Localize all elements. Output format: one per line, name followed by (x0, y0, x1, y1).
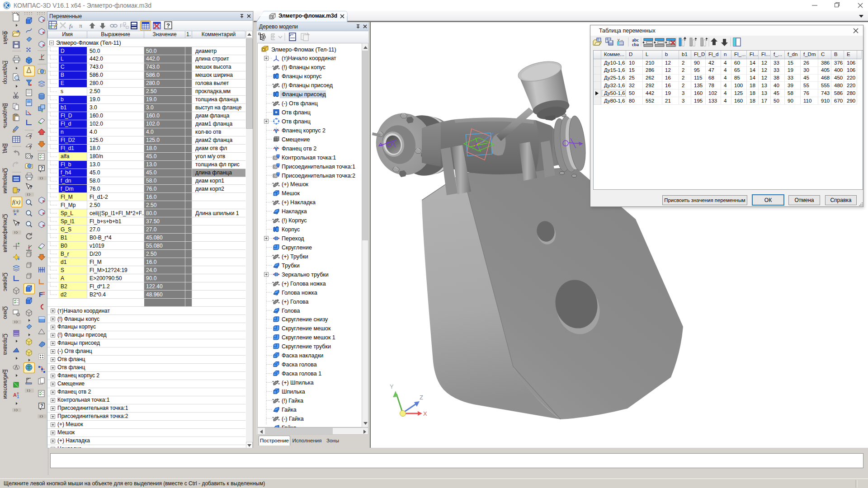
svg-text:Скругление трубки: Скругление трубки (282, 343, 331, 350)
svg-text:(!) Фланцы присоед: (!) Фланцы присоед (282, 82, 333, 89)
svg-text:Фланцы корпус: Фланцы корпус (282, 73, 322, 80)
svg-text:Z: Z (420, 394, 423, 401)
svg-text:Отв фланц: Отв фланц (282, 118, 311, 125)
svg-text:?: ? (29, 135, 32, 140)
svg-text:Отв фланц: Отв фланц (282, 109, 311, 116)
svg-text:F: F (39, 291, 43, 298)
svg-text:Скругление мешок: Скругление мешок (282, 325, 331, 332)
svg-text:Скругление: Скругление (282, 244, 312, 251)
svg-text:?: ? (30, 155, 33, 160)
svg-text:①②: ①② (13, 209, 19, 213)
svg-text:Скругление снизу: Скругление снизу (282, 316, 328, 323)
svg-text:(!) Гайка: (!) Гайка (282, 398, 303, 404)
svg-text:?: ? (29, 145, 32, 150)
svg-text:(+) Шпилька: (+) Шпилька (282, 380, 314, 386)
svg-text:π: π (79, 22, 82, 29)
svg-text:?: ? (17, 188, 20, 193)
svg-text:?: ? (166, 22, 170, 29)
svg-text:Фланцы присоед: Фланцы присоед (282, 91, 326, 98)
svg-text:?: ? (40, 403, 43, 408)
svg-text:Смещение: Смещение (282, 136, 310, 143)
svg-text:Трубки: Трубки (282, 263, 300, 269)
svg-text:fx: fx (69, 23, 73, 29)
svg-text:?: ? (29, 184, 33, 190)
svg-text:Y: Y (390, 383, 394, 390)
svg-text:Мешок: Мешок (282, 190, 300, 197)
svg-text:F: F (120, 23, 123, 28)
svg-text:(+) Накладка: (+) Накладка (282, 199, 316, 206)
svg-text:A: A (13, 392, 17, 398)
svg-text:Присоединительная точка:2: Присоединительная точка:2 (282, 173, 355, 179)
svg-text:f(x): f(x) (12, 198, 20, 205)
svg-text:(+) Трубки: (+) Трубки (282, 253, 308, 260)
svg-text:Фланец отв 2: Фланец отв 2 (282, 145, 316, 152)
svg-text:?: ? (17, 221, 20, 226)
svg-text:(+) Мешок: (+) Мешок (282, 181, 309, 188)
svg-text:Скругление мешок 1: Скругление мешок 1 (282, 334, 335, 341)
svg-text:Элмеро-Фломак (Тел-11): Элмеро-Фломак (Тел-11) (271, 47, 336, 53)
svg-text:Гайка: Гайка (282, 407, 297, 413)
svg-text:?: ? (40, 165, 43, 171)
svg-text:cba: cba (632, 42, 639, 47)
svg-text:(!) Корпус: (!) Корпус (282, 217, 307, 224)
svg-text:Голова: Голова (282, 308, 300, 314)
svg-text:(!) Фланцы копус: (!) Фланцы копус (282, 64, 326, 70)
svg-text:Присоединительная точка:1: Присоединительная точка:1 (282, 164, 355, 170)
svg-text:(+) Голова ножка: (+) Голова ножка (282, 281, 326, 287)
svg-text:Фланец корпус 2: Фланец корпус 2 (282, 127, 326, 134)
svg-text:Фаска голова 1: Фаска голова 1 (282, 371, 321, 377)
svg-text:(т)Начало координат: (т)Начало координат (282, 55, 336, 61)
svg-text:Шпилька: Шпилька (282, 389, 305, 395)
svg-text:(-) Гайка: (-) Гайка (282, 416, 304, 422)
svg-text:Голова ножка: Голова ножка (282, 290, 317, 296)
svg-text:(+) Голова: (+) Голова (282, 299, 309, 305)
svg-text:X: X (423, 410, 427, 417)
svg-text:(-) Отв фланц: (-) Отв фланц (282, 100, 318, 107)
svg-text:Переход: Переход (282, 235, 304, 242)
svg-text:Фаска накладки: Фаска накладки (282, 352, 323, 359)
svg-text:Фаска голова: Фаска голова (282, 361, 317, 368)
svg-text:Накладка: Накладка (282, 208, 307, 215)
svg-text:Зеркально трубки: Зеркально трубки (282, 272, 329, 278)
svg-text:Корпус: Корпус (282, 226, 300, 233)
svg-text:Контрольная точка:1: Контрольная точка:1 (282, 155, 336, 161)
svg-text:1: 1 (17, 394, 19, 399)
